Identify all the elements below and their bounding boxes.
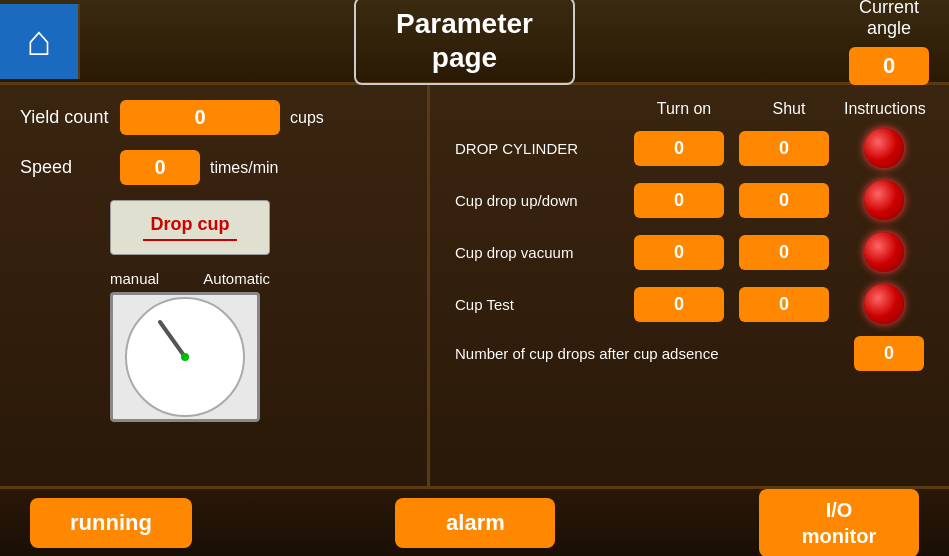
row-name-2: Cup drop vacuum xyxy=(455,244,629,261)
drop-cup-button[interactable]: Drop cup xyxy=(110,200,270,255)
row-name-1: Cup drop up/down xyxy=(455,192,629,209)
col-header-turn-on: Turn on xyxy=(634,100,734,118)
mode-manual-label: manual xyxy=(110,270,159,287)
alarm-button[interactable]: alarm xyxy=(395,498,555,548)
home-icon: ⌂ xyxy=(26,17,51,65)
cup-test-turn-on-btn[interactable]: 0 xyxy=(634,287,724,322)
col-header-instructions: Instructions xyxy=(844,100,924,118)
cup-drop-vacuum-shut-btn[interactable]: 0 xyxy=(739,235,829,270)
yield-count-label: Yield count xyxy=(20,107,110,128)
drop-cup-label: Drop cup xyxy=(151,214,230,235)
io-monitor-button[interactable]: I/Omonitor xyxy=(759,489,919,557)
header: ⌂ Parameter page Currentangle 0 xyxy=(0,0,949,85)
cup-drop-updown-shut-btn[interactable]: 0 xyxy=(739,183,829,218)
angle-section: Currentangle 0 xyxy=(849,0,949,85)
table-row: Cup Test 0 0 xyxy=(445,284,934,324)
right-panel: Turn on Shut Instructions DROP CYLINDER … xyxy=(430,85,949,486)
speed-input[interactable] xyxy=(120,150,200,185)
running-button[interactable]: running xyxy=(30,498,192,548)
table-row: Cup drop vacuum 0 0 xyxy=(445,232,934,272)
yield-count-input[interactable] xyxy=(120,100,280,135)
main-content: Yield count cups Speed times/min Drop cu… xyxy=(0,85,949,486)
speed-row: Speed times/min xyxy=(20,150,407,185)
speed-label: Speed xyxy=(20,157,110,178)
mode-labels: manual Automatic xyxy=(110,270,270,287)
page-title-box: Parameter page xyxy=(80,0,849,85)
drop-cylinder-turn-on-btn[interactable]: 0 xyxy=(634,131,724,166)
footer: running alarm I/Omonitor xyxy=(0,486,949,556)
last-row-value-btn[interactable]: 0 xyxy=(854,336,924,371)
cup-drop-vacuum-turn-on-btn[interactable]: 0 xyxy=(634,235,724,270)
row-name-0: DROP CYLINDER xyxy=(455,140,629,157)
yield-unit-label: cups xyxy=(290,109,324,127)
table-header: Turn on Shut Instructions xyxy=(445,100,934,118)
table-row: Cup drop up/down 0 0 xyxy=(445,180,934,220)
table-row: DROP CYLINDER 0 0 xyxy=(445,128,934,168)
cup-drop-vacuum-indicator xyxy=(864,232,904,272)
drop-cylinder-shut-btn[interactable]: 0 xyxy=(739,131,829,166)
dial-container: manual Automatic xyxy=(110,270,407,422)
col-header-shut: Shut xyxy=(739,100,839,118)
angle-value: 0 xyxy=(849,47,929,85)
drop-cylinder-indicator xyxy=(864,128,904,168)
last-row: Number of cup drops after cup adsence 0 xyxy=(445,336,934,371)
cup-drop-updown-turn-on-btn[interactable]: 0 xyxy=(634,183,724,218)
dial-display xyxy=(110,292,260,422)
page-title-border: Parameter page xyxy=(354,0,575,85)
col-header-name xyxy=(455,100,629,118)
svg-line-0 xyxy=(160,322,185,357)
dial-circle xyxy=(125,297,245,417)
cup-test-shut-btn[interactable]: 0 xyxy=(739,287,829,322)
row-name-3: Cup Test xyxy=(455,296,629,313)
svg-point-1 xyxy=(181,353,189,361)
home-button[interactable]: ⌂ xyxy=(0,4,80,79)
cup-test-indicator xyxy=(864,284,904,324)
page-title: Parameter page xyxy=(396,7,533,74)
angle-label: Currentangle xyxy=(859,0,919,39)
cup-drop-updown-indicator xyxy=(864,180,904,220)
drop-cup-underline xyxy=(143,239,238,241)
yield-count-row: Yield count cups xyxy=(20,100,407,135)
speed-unit-label: times/min xyxy=(210,159,278,177)
left-panel: Yield count cups Speed times/min Drop cu… xyxy=(0,85,430,486)
mode-automatic-label: Automatic xyxy=(203,270,270,287)
dial-svg xyxy=(130,302,240,412)
last-row-label: Number of cup drops after cup adsence xyxy=(455,345,844,362)
